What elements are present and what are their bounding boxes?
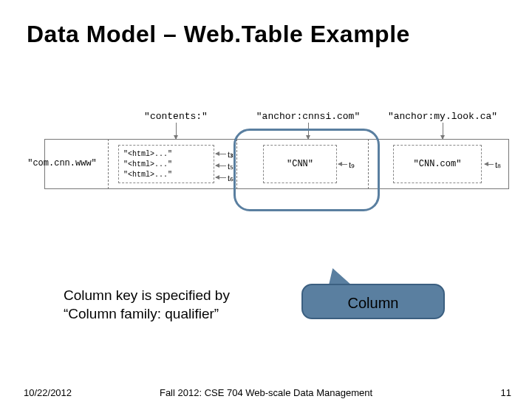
- column-header-contents: "contents:": [139, 111, 213, 122]
- column-header-anchor-cnnsi: "anchor:cnnsi.com": [253, 111, 364, 122]
- timestamp-label: t₅: [228, 161, 233, 172]
- footer-page-number: 11: [501, 387, 511, 398]
- arrow-left-icon: [216, 154, 226, 154]
- arrow-down-icon: [443, 123, 443, 139]
- caption-line: “Column family: qualifier”: [64, 306, 219, 321]
- cell-value: "CNN": [264, 159, 336, 169]
- callout-column: Column: [301, 284, 445, 319]
- column-divider: [368, 139, 369, 189]
- arrow-down-icon: [308, 123, 309, 139]
- arrow-down-icon: [176, 123, 177, 139]
- column-divider: [236, 139, 237, 189]
- column-header-anchor-mylook: "anchor:my.look.ca": [380, 111, 505, 122]
- caption-text: Column key is specified by “Column famil…: [64, 287, 285, 323]
- arrow-left-icon: [338, 164, 347, 165]
- timestamp-label: t₉: [349, 160, 355, 171]
- timestamp-label: t₆: [228, 173, 233, 184]
- row-edge: [508, 139, 509, 189]
- footer-course: Fall 2012: CSE 704 Web-scale Data Manage…: [0, 387, 532, 398]
- arrow-left-icon: [485, 164, 494, 165]
- cell-version: "<html>...": [123, 171, 172, 179]
- row-key-label: "com.cnn.www": [15, 158, 109, 168]
- timestamp-label: t₈: [495, 160, 501, 171]
- arrow-left-icon: [216, 166, 226, 166]
- cell-value: "CNN.com": [394, 159, 481, 169]
- webtable-diagram: "contents:" "anchor:cnnsi.com" "anchor:m…: [15, 111, 517, 229]
- cell-anchor-cnnsi: "CNN": [263, 145, 337, 183]
- cell-anchor-mylook: "CNN.com": [393, 145, 482, 183]
- cell-contents: "<html>..." "<html>..." "<html>...": [118, 145, 214, 183]
- cell-version: "<html>...": [123, 160, 172, 168]
- caption-line: Column key is specified by: [64, 287, 230, 303]
- cell-version: "<html>...": [123, 150, 172, 158]
- timestamp-label: t₃: [228, 149, 233, 160]
- slide-title: Data Model – Web.Table Example: [27, 21, 410, 48]
- arrow-left-icon: [216, 177, 226, 178]
